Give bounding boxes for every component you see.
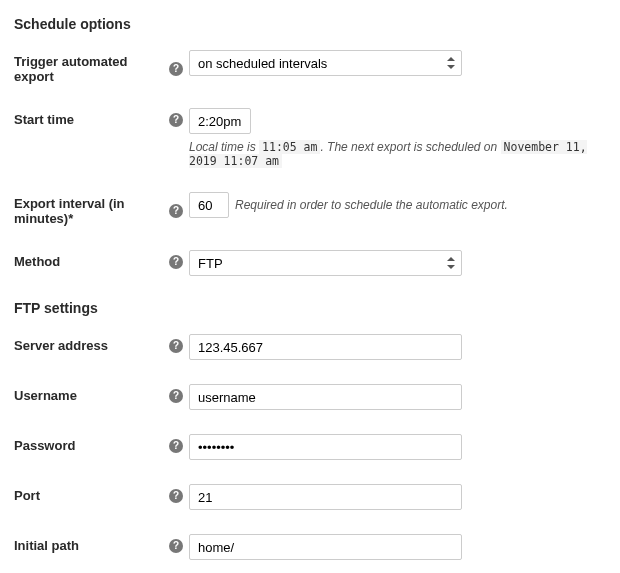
server-input[interactable] (189, 334, 462, 360)
port-input[interactable] (189, 484, 462, 510)
help-icon[interactable]: ? (169, 489, 183, 503)
ftp-settings-heading: FTP settings (14, 300, 606, 316)
server-label: Server address (14, 338, 108, 353)
row-username: Username ? (14, 384, 606, 410)
row-interval: Export interval (in minutes)* ? Required… (14, 192, 606, 226)
trigger-select[interactable]: on scheduled intervals (189, 50, 462, 76)
row-trigger: Trigger automated export ? on scheduled … (14, 50, 606, 84)
help-icon[interactable]: ? (169, 255, 183, 269)
trigger-label: Trigger automated export (14, 54, 161, 84)
schedule-options-heading: Schedule options (14, 16, 606, 32)
row-method: Method ? FTP (14, 250, 606, 276)
interval-input[interactable] (189, 192, 229, 218)
start-time-label: Start time (14, 112, 74, 127)
help-icon[interactable]: ? (169, 62, 183, 76)
port-label: Port (14, 488, 40, 503)
row-start-time: Start time ? Local time is 11:05 am. The… (14, 108, 606, 168)
initial-path-input[interactable] (189, 534, 462, 560)
initial-path-label: Initial path (14, 538, 79, 553)
username-input[interactable] (189, 384, 462, 410)
row-password: Password ? (14, 434, 606, 460)
start-time-hint: Local time is 11:05 am. The next export … (189, 140, 606, 168)
method-select[interactable]: FTP (189, 250, 462, 276)
username-label: Username (14, 388, 77, 403)
help-icon[interactable]: ? (169, 389, 183, 403)
help-icon[interactable]: ? (169, 204, 183, 218)
row-initial-path: Initial path ? (14, 534, 606, 560)
password-input[interactable] (189, 434, 462, 460)
method-label: Method (14, 254, 60, 269)
help-icon[interactable]: ? (169, 339, 183, 353)
row-server: Server address ? (14, 334, 606, 360)
password-label: Password (14, 438, 75, 453)
help-icon[interactable]: ? (169, 539, 183, 553)
interval-label: Export interval (in minutes)* (14, 196, 161, 226)
start-time-input[interactable] (189, 108, 251, 134)
help-icon[interactable]: ? (169, 113, 183, 127)
help-icon[interactable]: ? (169, 439, 183, 453)
interval-hint: Required in order to schedule the automa… (235, 198, 508, 212)
row-port: Port ? (14, 484, 606, 510)
